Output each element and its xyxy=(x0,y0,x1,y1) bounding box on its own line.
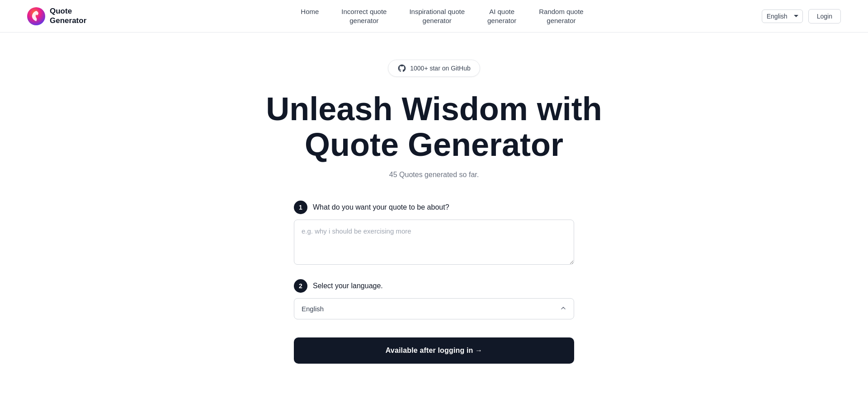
nav-right: English Spanish French German Login xyxy=(762,9,841,23)
nav-inspirational[interactable]: Inspirational quotegenerator xyxy=(409,8,465,24)
form-container: 1 What do you want your quote to be abou… xyxy=(294,201,574,364)
step-1-text: What do you want your quote to be about? xyxy=(313,203,449,211)
login-button[interactable]: Login xyxy=(808,9,841,23)
lang-dropdown-container: English Spanish French German Chinese Ja… xyxy=(294,298,574,319)
step-1: 1 What do you want your quote to be abou… xyxy=(294,201,574,265)
nav-home[interactable]: Home xyxy=(301,8,319,15)
step-1-number: 1 xyxy=(294,201,307,214)
step-2-label: 2 Select your language. xyxy=(294,279,574,293)
logo-text: QuoteGenerator xyxy=(50,7,86,25)
nav-incorrect[interactable]: Incorrect quotegenerator xyxy=(341,8,387,24)
nav-ai[interactable]: AI quotegenerator xyxy=(487,8,516,24)
svg-point-0 xyxy=(27,7,45,25)
nav-random[interactable]: Random quotegenerator xyxy=(539,8,583,24)
submit-button[interactable]: Available after logging in → xyxy=(294,337,574,364)
hero-subtitle: 45 Quotes generated so far. xyxy=(389,171,479,179)
language-dropdown[interactable]: English Spanish French German Chinese Ja… xyxy=(294,298,574,319)
quote-textarea[interactable] xyxy=(294,220,574,265)
github-badge-text: 1000+ star on GitHub xyxy=(410,65,470,72)
main-content: 1000+ star on GitHub Unleash Wisdom with… xyxy=(0,33,868,391)
step-2-text: Select your language. xyxy=(313,282,383,290)
github-badge: 1000+ star on GitHub xyxy=(388,60,480,77)
navbar: QuoteGenerator Home Incorrect quotegener… xyxy=(0,0,868,33)
hero-title: Unleash Wisdom withQuote Generator xyxy=(266,91,602,163)
logo-link[interactable]: QuoteGenerator xyxy=(27,7,86,25)
nav-language-select[interactable]: English Spanish French German xyxy=(762,9,803,23)
step-2-number: 2 xyxy=(294,279,307,293)
step-1-label: 1 What do you want your quote to be abou… xyxy=(294,201,574,214)
nav-links: Home Incorrect quotegenerator Inspiratio… xyxy=(123,7,761,25)
logo-icon xyxy=(27,7,45,25)
step-2: 2 Select your language. English Spanish … xyxy=(294,279,574,319)
github-icon xyxy=(397,64,406,73)
